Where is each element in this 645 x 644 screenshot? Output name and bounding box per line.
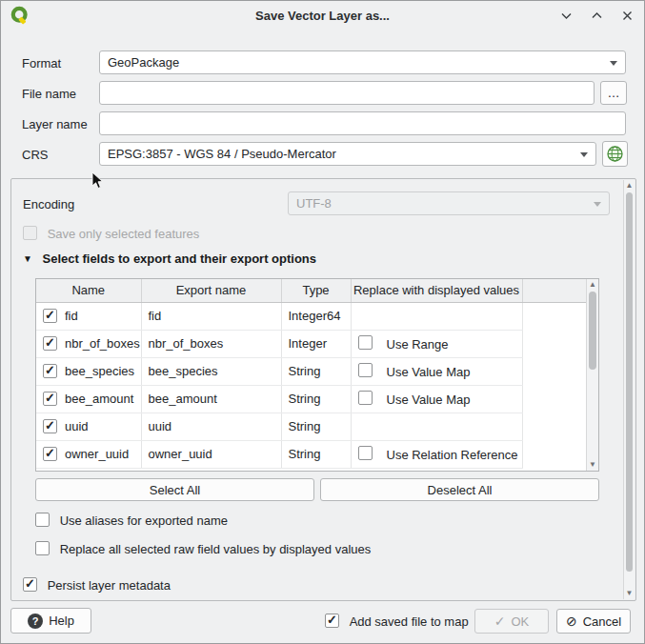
replace-checkbox-nbr_of_boxes[interactable]: [358, 335, 373, 350]
filler-cell: [522, 385, 586, 413]
field-name: bee_species: [65, 364, 134, 378]
field-type: String: [281, 440, 351, 468]
field-export-name[interactable]: uuid: [141, 413, 281, 440]
field-row-bee_amount: bee_amountbee_amountStringUse Value Map: [36, 385, 586, 413]
replace-checkbox-owner_uuid[interactable]: [358, 446, 373, 460]
add-to-map-checkbox-row: Add saved file to map: [325, 614, 469, 629]
persist-metadata-label: Persist layer metadata: [48, 578, 171, 593]
field-checkbox-owner_uuid[interactable]: [43, 447, 57, 461]
fields-table-header-row: Name Export name Type Replace with displ…: [36, 279, 586, 302]
encoding-label: Encoding: [23, 197, 74, 211]
fields-table-body: fidfidInteger64nbr_of_boxesnbr_of_boxesI…: [36, 302, 586, 468]
crs-picker-button[interactable]: [602, 141, 628, 167]
fields-table-scrollbar-thumb[interactable]: [589, 292, 596, 370]
field-type: Integer: [281, 330, 351, 357]
col-header-type[interactable]: Type: [281, 279, 351, 302]
format-value: GeoPackage: [108, 55, 179, 70]
use-aliases-checkbox[interactable]: [35, 513, 50, 527]
file-name-input[interactable]: [99, 81, 595, 105]
field-type: String: [281, 385, 351, 413]
panel-scrollbar[interactable]: ▲ ▼: [623, 180, 635, 599]
filler-cell: [522, 330, 586, 357]
col-header-filler: [522, 279, 586, 302]
field-export-name[interactable]: nbr_of_boxes: [141, 330, 281, 357]
field-checkbox-uuid[interactable]: [43, 419, 57, 433]
crs-label: CRS: [22, 148, 48, 162]
replace-option-label: Use Value Map: [387, 365, 471, 379]
save-only-selected-checkbox: [23, 226, 37, 240]
field-row-bee_species: bee_speciesbee_speciesStringUse Value Ma…: [36, 357, 586, 385]
field-export-name[interactable]: bee_amount: [141, 385, 281, 413]
col-header-replace[interactable]: Replace with displayed values: [351, 279, 522, 302]
fields-table-scrollbar[interactable]: ▲ ▼: [586, 279, 598, 471]
help-icon: ?: [28, 614, 43, 629]
replace-all-raw-checkbox[interactable]: [35, 541, 50, 555]
window-maximize-button[interactable]: [589, 8, 604, 23]
cancel-button[interactable]: ⊘ Cancel: [556, 609, 631, 634]
deselect-all-button[interactable]: Deselect All: [320, 478, 599, 501]
field-checkbox-bee_species[interactable]: [43, 364, 57, 378]
replace-checkbox-bee_amount[interactable]: [358, 391, 373, 405]
browse-file-button[interactable]: …: [600, 81, 627, 105]
crs-combo[interactable]: EPSG:3857 - WGS 84 / Pseudo-Mercator: [99, 142, 596, 166]
persist-metadata-checkbox[interactable]: [23, 577, 37, 592]
use-aliases-checkbox-row: Use aliases for exported name: [35, 513, 228, 528]
replace-all-raw-label: Replace all selected raw field values by…: [60, 542, 372, 556]
field-export-name[interactable]: owner_uuid: [141, 440, 281, 468]
scroll-down-icon[interactable]: ▼: [624, 589, 635, 598]
replace-all-raw-checkbox-row: Replace all selected raw field values by…: [35, 541, 371, 556]
ok-button-label: OK: [511, 614, 529, 629]
field-name: bee_amount: [65, 392, 133, 406]
select-all-button[interactable]: Select All: [35, 478, 314, 501]
layer-name-input[interactable]: [99, 111, 626, 135]
replace-option-label: Use Range: [387, 337, 449, 352]
panel-scrollbar-thumb[interactable]: [626, 192, 633, 572]
scroll-up-icon[interactable]: ▲: [624, 181, 635, 191]
browse-ellipsis-icon: …: [608, 86, 620, 100]
scroll-up-icon[interactable]: ▲: [587, 280, 598, 290]
file-name-label: File name: [22, 87, 76, 101]
field-name: fid: [65, 309, 78, 323]
help-button-label: Help: [49, 614, 74, 628]
col-header-name[interactable]: Name: [36, 279, 141, 302]
replace-checkbox-bee_species[interactable]: [358, 363, 373, 377]
filler-cell: [522, 413, 586, 440]
encoding-value: UTF-8: [296, 196, 332, 211]
field-checkbox-bee_amount[interactable]: [43, 392, 57, 406]
field-row-uuid: uuiduuidString: [36, 413, 586, 440]
col-header-export-name[interactable]: Export name: [141, 279, 281, 302]
filler-cell: [522, 440, 586, 468]
help-button[interactable]: ? Help: [10, 608, 91, 634]
use-aliases-label: Use aliases for exported name: [60, 513, 228, 528]
field-checkbox-fid[interactable]: [43, 309, 57, 323]
scroll-down-icon[interactable]: ▼: [587, 460, 598, 470]
field-type: String: [281, 413, 351, 440]
combo-arrow-icon: [580, 152, 588, 157]
fields-table: Name Export name Type Replace with displ…: [35, 278, 599, 472]
field-replace-cell: Use Value Map: [351, 385, 522, 413]
mouse-cursor: [91, 171, 104, 192]
replace-option-label: Use Value Map: [387, 392, 471, 407]
options-panel: Encoding UTF-8 Save only selected featur…: [10, 178, 636, 601]
field-type: Integer64: [281, 302, 351, 330]
titlebar[interactable]: Save Vector Layer as...: [1, 1, 644, 30]
field-replace-cell: Use Value Map: [351, 357, 522, 385]
cancel-icon: ⊘: [566, 614, 577, 629]
add-to-map-checkbox[interactable]: [325, 614, 339, 628]
filler-cell: [522, 357, 586, 385]
combo-arrow-icon: [594, 202, 601, 207]
ok-button[interactable]: ✓ OK: [474, 609, 549, 634]
fields-section-header[interactable]: ▼ Select fields to export and their expo…: [23, 252, 316, 266]
collapse-triangle-icon: ▼: [23, 253, 32, 264]
field-type: String: [281, 357, 351, 385]
window-minimize-button[interactable]: [558, 8, 574, 23]
window-close-button[interactable]: [619, 8, 635, 23]
field-replace-cell: [351, 413, 522, 440]
field-export-name[interactable]: bee_species: [141, 357, 281, 385]
format-combo[interactable]: GeoPackage: [99, 50, 626, 74]
field-row-nbr_of_boxes: nbr_of_boxesnbr_of_boxesIntegerUse Range: [36, 330, 586, 357]
crs-value: EPSG:3857 - WGS 84 / Pseudo-Mercator: [108, 147, 336, 161]
field-name: nbr_of_boxes: [65, 336, 140, 351]
field-export-name[interactable]: fid: [141, 302, 281, 330]
field-checkbox-nbr_of_boxes[interactable]: [43, 336, 57, 351]
